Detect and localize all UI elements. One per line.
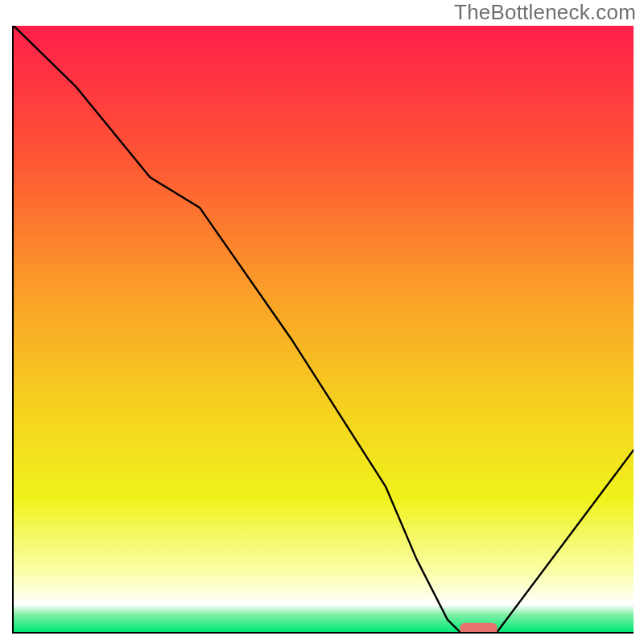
watermark-text: TheBottleneck.com — [454, 0, 636, 25]
plot-svg — [14, 26, 634, 632]
optimal-range-marker — [460, 623, 497, 632]
gradient-rect — [14, 26, 634, 632]
chart-container: TheBottleneck.com — [0, 0, 644, 644]
plot-area — [12, 26, 634, 634]
